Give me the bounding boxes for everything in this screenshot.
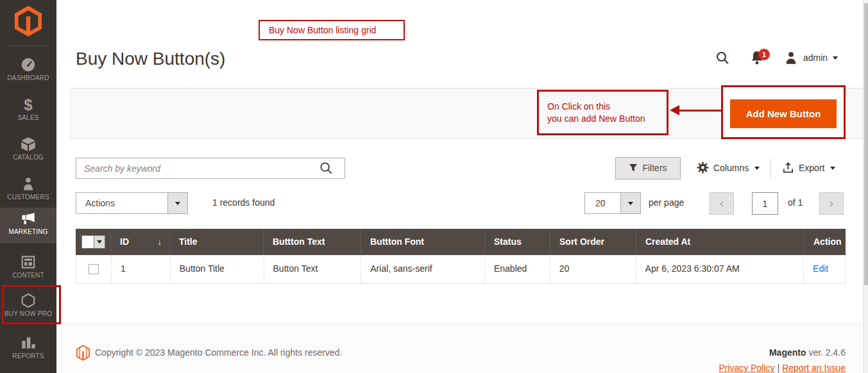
records-found-text: 1 records found: [212, 197, 275, 208]
keyword-search-icon[interactable]: [319, 161, 333, 175]
copyright-text: Copyright © 2023 Magento Commerce Inc. A…: [95, 347, 342, 358]
buy-now-pro-icon: [0, 290, 56, 309]
per-page-label: per page: [649, 197, 684, 208]
column-header-status[interactable]: Status: [484, 229, 550, 255]
sort-descending-icon[interactable]: ↓: [158, 229, 162, 255]
add-new-button[interactable]: Add New Button: [730, 99, 837, 128]
buy-now-buttons-grid: ID ↓ Title Buttton Text Buttton Font Sta…: [76, 229, 846, 284]
catalog-icon: [0, 133, 56, 153]
columns-dropdown[interactable]: Columns: [697, 162, 760, 177]
actions-select-value: Actions: [76, 193, 167, 213]
actions-select-arrow[interactable]: [167, 193, 187, 213]
actions-select[interactable]: Actions: [76, 192, 188, 214]
annotation-add-button-note: On Click on this you can add New Button: [537, 90, 668, 135]
dashboard-icon: [0, 54, 56, 73]
chevron-down-icon: [97, 240, 102, 244]
chevron-down-icon: [175, 202, 180, 205]
row-select-cell: [76, 255, 111, 283]
select-all-checkbox[interactable]: [82, 236, 94, 248]
version-text: Magento ver. 2.4.6: [769, 347, 846, 358]
select-all-dropdown[interactable]: [81, 235, 105, 249]
previous-page-button[interactable]: ‹: [710, 192, 734, 215]
annotation-add-note-line2: you can add New Button: [547, 113, 667, 125]
per-page-value: 20: [585, 193, 620, 213]
chevron-down-icon: [833, 56, 838, 60]
toolbar-divider: [770, 158, 771, 178]
sidebar-divider: [9, 46, 47, 46]
annotation-arrow-head-icon: [670, 105, 679, 115]
admin-user-name: admin: [803, 53, 828, 63]
sidebar-item-customers[interactable]: CUSTOMERS: [0, 173, 56, 210]
next-page-button[interactable]: ›: [819, 192, 844, 215]
export-label: Export: [799, 163, 824, 173]
grid-header-row: ID ↓ Title Buttton Text Buttton Font Sta…: [76, 229, 846, 255]
column-header-label: ID: [120, 229, 129, 255]
cell-title: Button Title: [170, 255, 264, 283]
page-title: Buy Now Button(s): [76, 49, 225, 69]
column-header-id[interactable]: ID ↓: [110, 229, 169, 255]
edit-link[interactable]: Edit: [813, 263, 828, 274]
sidebar-item-label: CUSTOMERS: [0, 194, 56, 201]
chevron-down-icon: [830, 167, 835, 170]
column-header-sort-order[interactable]: Sort Order: [550, 229, 636, 255]
sidebar-item-label: SALES: [0, 114, 56, 121]
user-avatar-icon: [784, 51, 798, 65]
sidebar-item-marketing[interactable]: MARKETING: [0, 208, 56, 244]
scrollbar-thumb[interactable]: [864, 3, 868, 285]
annotation-add-note-line1: On Click on this: [547, 101, 667, 113]
cell-id: 1: [111, 255, 170, 283]
notification-count-badge[interactable]: 1: [758, 49, 770, 60]
filters-label: Filters: [642, 163, 667, 173]
cell-action: Edit: [803, 255, 845, 283]
current-page-input[interactable]: [752, 192, 778, 215]
global-search-icon[interactable]: [715, 50, 730, 65]
table-row: 1 Button Title Button Text Arial, sans-s…: [76, 255, 846, 284]
privacy-policy-link[interactable]: Privacy Policy: [719, 363, 774, 373]
export-icon: [782, 162, 794, 174]
sidebar: DASHBOARD $ SALES CATALOG CUSTOMERS MARK…: [0, 0, 56, 373]
sidebar-item-label: MARKETING: [0, 228, 56, 235]
chevron-down-icon: [628, 202, 633, 205]
content-icon: [0, 251, 56, 270]
version-number: ver. 2.4.6: [806, 347, 846, 358]
column-header-button-font[interactable]: Buttton Font: [361, 229, 484, 255]
sidebar-item-dashboard[interactable]: DASHBOARD: [0, 54, 56, 91]
search-keyword-input[interactable]: [76, 158, 345, 179]
magento-logo-icon[interactable]: [13, 4, 43, 38]
sidebar-item-label: BUY NOW PRO: [0, 310, 56, 317]
sidebar-item-content[interactable]: CONTENT: [0, 251, 56, 288]
column-header-title[interactable]: Title: [169, 229, 263, 255]
chevron-down-icon: [754, 167, 760, 170]
magento-footer-logo-icon: [76, 344, 90, 361]
column-header-action: Action: [804, 229, 846, 255]
sidebar-item-label: CONTENT: [0, 272, 56, 279]
select-all-arrow[interactable]: [94, 236, 105, 248]
annotation-arrow-line: [679, 110, 721, 112]
per-page-select[interactable]: 20: [584, 192, 641, 214]
reports-icon: [0, 332, 56, 351]
gear-icon: [697, 162, 709, 174]
filters-button[interactable]: Filters: [615, 157, 681, 179]
column-header-button-text[interactable]: Buttton Text: [263, 229, 361, 255]
cell-button-font: Arial, sans-serif: [361, 255, 484, 283]
sales-icon: $: [0, 94, 56, 113]
cell-created-at: Apr 6, 2023 6:30:07 AM: [636, 255, 804, 283]
cell-button-text: Button Text: [264, 255, 361, 283]
row-checkbox[interactable]: [89, 264, 99, 274]
total-pages-label: of 1: [788, 197, 803, 208]
select-all-header-cell: [76, 229, 110, 255]
sidebar-item-buy-now-pro[interactable]: BUY NOW PRO: [0, 290, 56, 327]
sidebar-item-sales[interactable]: $ SALES: [0, 94, 56, 131]
filter-funnel-icon: [629, 163, 638, 172]
admin-user-menu[interactable]: admin: [784, 50, 842, 67]
vertical-scrollbar[interactable]: [863, 0, 868, 373]
column-header-created-at[interactable]: Created At: [636, 229, 804, 255]
per-page-select-arrow[interactable]: [620, 193, 640, 213]
annotation-listing-grid-text: Buy Now Button listing grid: [269, 25, 376, 35]
annotation-listing-grid: Buy Now Button listing grid: [259, 20, 405, 40]
sidebar-item-catalog[interactable]: CATALOG: [0, 133, 56, 170]
export-dropdown[interactable]: Export: [782, 162, 835, 177]
cell-status: Enabled: [484, 255, 550, 283]
report-issue-link[interactable]: Report an Issue: [782, 363, 846, 373]
sidebar-item-reports[interactable]: REPORTS: [0, 332, 56, 369]
